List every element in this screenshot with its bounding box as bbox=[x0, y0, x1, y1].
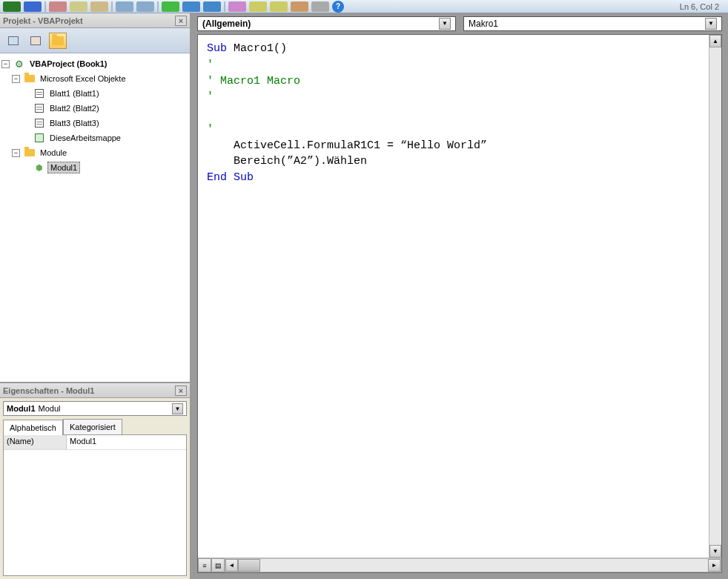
collapse-icon[interactable]: − bbox=[1, 60, 10, 68]
chevron-down-icon[interactable]: ▼ bbox=[439, 18, 451, 30]
folder-icon bbox=[24, 73, 36, 84]
full-module-view-button[interactable]: ▤ bbox=[211, 558, 225, 572]
project-pane-title-text: Projekt - VBAProjekt bbox=[3, 16, 83, 25]
tab-alphabetic[interactable]: Alphabetisch bbox=[3, 420, 63, 435]
break-icon[interactable] bbox=[182, 1, 200, 12]
close-icon[interactable]: × bbox=[175, 16, 187, 26]
tab-categorized[interactable]: Kategorisiert bbox=[63, 419, 122, 434]
save-icon[interactable] bbox=[24, 1, 42, 12]
tree-workbook[interactable]: DieseArbeitsmappe bbox=[1, 130, 188, 145]
props-object-name: Modul1 bbox=[7, 404, 36, 413]
toggle-folders-button[interactable] bbox=[49, 33, 67, 49]
collapse-icon[interactable]: − bbox=[12, 149, 20, 157]
scroll-right-icon[interactable]: ► bbox=[708, 559, 721, 572]
tree-module[interactable]: ⬢ Modul1 bbox=[1, 160, 188, 175]
workbook-icon bbox=[33, 133, 45, 143]
paste-icon[interactable] bbox=[90, 1, 108, 12]
object-combo[interactable]: (Allgemein) ▼ bbox=[197, 16, 456, 31]
properties-pane: Eigenschaften - Modul1 × Modul1 Modul ▼ … bbox=[0, 382, 190, 579]
toolbar-sep bbox=[157, 1, 159, 12]
tree-root[interactable]: − ⚙ VBAProject (Book1) bbox=[1, 56, 188, 71]
props-object-selector[interactable]: Modul1 Modul ▼ bbox=[3, 401, 187, 416]
toolbar-sep bbox=[224, 1, 225, 12]
close-icon[interactable]: × bbox=[175, 386, 187, 396]
view-code-button[interactable] bbox=[4, 33, 22, 49]
chevron-down-icon[interactable]: ▼ bbox=[172, 403, 183, 414]
tree-sheet-label: Blatt2 (Blatt2) bbox=[47, 103, 102, 113]
tree-root-label: VBAProject (Book1) bbox=[27, 59, 110, 69]
props-pane-title-text: Eigenschaften - Modul1 bbox=[3, 386, 94, 395]
module-icon: ⬢ bbox=[33, 162, 45, 173]
copy-icon[interactable] bbox=[70, 1, 87, 12]
tree-sheet[interactable]: Blatt3 (Blatt3) bbox=[1, 116, 188, 130]
undo-icon[interactable] bbox=[116, 1, 133, 12]
tree-sheet[interactable]: Blatt2 (Blatt2) bbox=[1, 101, 188, 116]
toolbox-icon[interactable] bbox=[311, 1, 329, 12]
scroll-thumb[interactable] bbox=[238, 559, 260, 572]
tree-sheet[interactable]: Blatt1 (Blatt1) bbox=[1, 86, 188, 101]
toolbar-sep bbox=[111, 1, 113, 12]
main-toolbar: ? Ln 6, Col 2 bbox=[0, 0, 728, 13]
redo-icon[interactable] bbox=[136, 1, 154, 12]
procedure-combo-value: Makro1 bbox=[469, 19, 498, 29]
excel-icon[interactable] bbox=[3, 1, 21, 12]
props-icon[interactable] bbox=[270, 1, 288, 12]
vertical-scrollbar[interactable]: ▲ ▼ bbox=[709, 35, 721, 558]
explorer-toolbar bbox=[0, 28, 190, 53]
tree-module-label: Modul1 bbox=[47, 162, 80, 173]
reset-icon[interactable] bbox=[203, 1, 221, 12]
props-pane-title: Eigenschaften - Modul1 × bbox=[0, 383, 190, 398]
chevron-down-icon[interactable]: ▼ bbox=[705, 18, 717, 30]
props-tabs: Alphabetisch Kategorisiert bbox=[3, 419, 187, 434]
code-editor: Sub Macro1() ' ' Macro1 Macro ' ' Active… bbox=[197, 34, 722, 573]
props-object-type: Modul bbox=[39, 404, 61, 413]
code-text-area[interactable]: Sub Macro1() ' ' Macro1 Macro ' ' Active… bbox=[198, 35, 709, 558]
view-object-button[interactable] bbox=[27, 33, 44, 49]
tree-folder-modules[interactable]: − Module bbox=[1, 145, 188, 160]
tree-folder-label: Module bbox=[38, 148, 69, 158]
cursor-position: Ln 6, Col 2 bbox=[680, 2, 725, 11]
help-icon[interactable]: ? bbox=[332, 1, 344, 13]
explorer-icon[interactable] bbox=[249, 1, 267, 12]
object-combo-value: (Allgemein) bbox=[202, 19, 251, 29]
props-key: (Name) bbox=[4, 435, 67, 449]
project-tree[interactable]: − ⚙ VBAProject (Book1) − Microsoft Excel… bbox=[0, 53, 190, 382]
toolbar-sep bbox=[44, 1, 46, 12]
project-explorer-pane: Projekt - VBAProjekt × − ⚙ VBAProject (B… bbox=[0, 13, 190, 382]
props-grid[interactable]: (Name) Modul1 bbox=[3, 434, 187, 576]
tree-sheet-label: Blatt1 (Blatt1) bbox=[47, 88, 102, 99]
scroll-up-icon[interactable]: ▲ bbox=[709, 35, 721, 47]
tree-folder-objects[interactable]: − Microsoft Excel Objekte bbox=[1, 71, 188, 86]
run-icon[interactable] bbox=[162, 1, 179, 12]
collapse-icon[interactable]: − bbox=[12, 75, 20, 83]
props-row[interactable]: (Name) Modul1 bbox=[4, 435, 186, 450]
tree-sheet-label: Blatt3 (Blatt3) bbox=[47, 118, 102, 128]
cut-icon[interactable] bbox=[49, 1, 67, 12]
code-footer: ≡ ▤ ◄ ► bbox=[198, 558, 721, 572]
worksheet-icon bbox=[33, 118, 45, 128]
props-value[interactable]: Modul1 bbox=[67, 435, 186, 449]
project-pane-title: Projekt - VBAProjekt × bbox=[0, 13, 190, 28]
tree-folder-label: Microsoft Excel Objekte bbox=[38, 73, 128, 84]
horizontal-scrollbar[interactable]: ◄ ► bbox=[225, 558, 721, 572]
scroll-down-icon[interactable]: ▼ bbox=[709, 545, 721, 558]
procedure-combo[interactable]: Makro1 ▼ bbox=[463, 16, 722, 31]
worksheet-icon bbox=[33, 103, 45, 113]
tree-workbook-label: DieseArbeitsmappe bbox=[47, 133, 123, 143]
project-icon: ⚙ bbox=[13, 59, 25, 69]
design-icon[interactable] bbox=[228, 1, 246, 12]
browser-icon[interactable] bbox=[291, 1, 308, 12]
folder-icon bbox=[24, 148, 36, 158]
procedure-view-button[interactable]: ≡ bbox=[198, 558, 211, 572]
worksheet-icon bbox=[33, 88, 45, 99]
code-header: (Allgemein) ▼ Makro1 ▼ bbox=[191, 13, 728, 34]
scroll-left-icon[interactable]: ◄ bbox=[225, 559, 238, 572]
